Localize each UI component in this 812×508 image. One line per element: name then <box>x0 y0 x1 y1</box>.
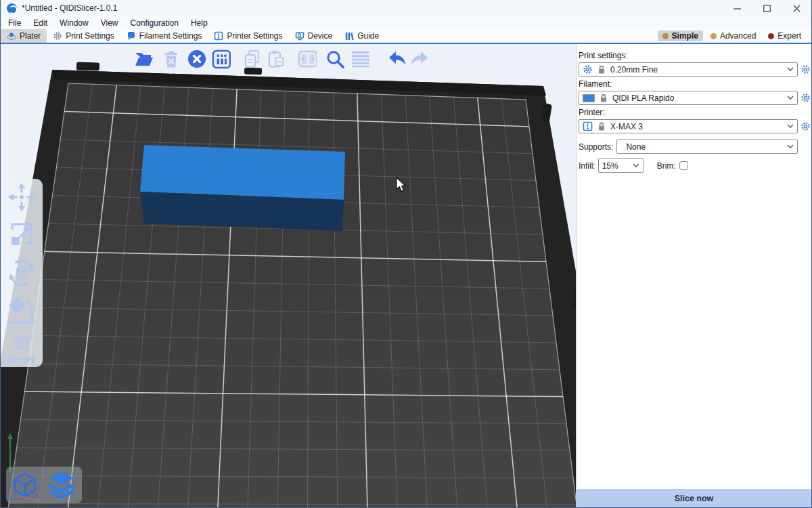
paste-icon <box>267 49 286 68</box>
tab-plater[interactable]: Plater <box>1 29 47 43</box>
rotate-tool-button[interactable] <box>6 257 37 289</box>
printer-label: Printer: <box>579 108 811 117</box>
3d-viewport[interactable] <box>1 44 576 507</box>
window-title: *Untitled - QIDISlicer-1.0.1 <box>22 3 117 13</box>
filament-gear-button[interactable] <box>800 93 811 103</box>
undo-icon <box>387 49 406 68</box>
3d-editor-view-button[interactable] <box>8 469 42 501</box>
filament-icon <box>127 31 136 41</box>
print-settings-combo[interactable]: 0.20mm Fine <box>579 62 798 77</box>
search-button[interactable] <box>325 49 344 68</box>
preview-view-button[interactable] <box>45 469 78 501</box>
menu-bar: File Edit Window View Configuration Help <box>1 16 811 29</box>
open-folder-button[interactable] <box>134 49 153 68</box>
gear-icon <box>583 64 593 75</box>
filament-combo[interactable]: QIDI PLA Rapido <box>579 91 798 105</box>
tab-print-settings[interactable]: Print Settings <box>47 29 120 43</box>
chevron-down-icon <box>787 124 794 129</box>
maximize-button[interactable] <box>752 0 782 16</box>
tab-printer-settings[interactable]: Printer Settings <box>208 29 288 43</box>
copy-button[interactable] <box>243 49 262 68</box>
view-toggle-panel <box>6 467 82 503</box>
split-button[interactable] <box>298 49 317 68</box>
gear-icon <box>800 64 811 75</box>
window-controls <box>722 0 811 16</box>
open-folder-icon <box>134 50 153 68</box>
minimize-button[interactable] <box>722 0 752 16</box>
layers-lines-icon <box>351 49 369 68</box>
infill-combo[interactable]: 15% <box>598 158 644 173</box>
menu-window[interactable]: Window <box>53 16 95 29</box>
tab-label: Device <box>308 31 333 41</box>
tab-guide[interactable]: Guide <box>338 29 385 43</box>
device-icon <box>295 31 304 41</box>
title-bar: *Untitled - QIDISlicer-1.0.1 <box>1 0 811 16</box>
menu-view[interactable]: View <box>95 16 125 29</box>
tab-label: Filament Settings <box>139 31 202 41</box>
delete-trash-icon <box>163 50 179 68</box>
app-window: *Untitled - QIDISlicer-1.0.1 File Edit W… <box>0 0 812 508</box>
measure-tool-button[interactable] <box>6 333 37 364</box>
advanced-dot-icon <box>710 33 717 39</box>
gear-icon <box>53 31 62 41</box>
lock-icon <box>597 64 606 75</box>
mode-expert[interactable]: Expert <box>763 30 806 41</box>
guide-books-icon <box>344 31 354 41</box>
chevron-down-icon <box>787 96 794 100</box>
arrange-button[interactable] <box>212 49 231 68</box>
chevron-down-icon <box>787 144 794 149</box>
print-settings-gear-button[interactable] <box>800 64 811 75</box>
move-icon <box>7 182 36 213</box>
mode-advanced[interactable]: Advanced <box>706 30 761 41</box>
tab-label: Printer Settings <box>227 31 282 41</box>
redo-button[interactable] <box>409 49 428 68</box>
menu-edit[interactable]: Edit <box>27 16 53 29</box>
close-button[interactable] <box>782 0 811 16</box>
printer-gear-button[interactable] <box>800 121 811 131</box>
printer-combo[interactable]: X-MAX 3 <box>579 119 798 133</box>
preview-layers-icon <box>47 471 76 499</box>
app-logo-icon <box>7 3 17 14</box>
variable-layer-height-button[interactable] <box>351 49 369 68</box>
move-tool-button[interactable] <box>6 182 37 213</box>
infill-label: Infill: <box>579 161 595 171</box>
simple-dot-icon <box>662 33 669 39</box>
gear-icon <box>800 93 811 103</box>
supports-value: None <box>626 142 646 152</box>
undo-button[interactable] <box>387 49 406 68</box>
delete-button[interactable] <box>162 49 181 68</box>
tab-label: Plater <box>20 31 41 41</box>
scale-tool-button[interactable] <box>6 219 37 251</box>
place-on-face-icon <box>7 295 37 326</box>
printer-icon <box>583 121 593 131</box>
slice-now-button[interactable]: Slice now <box>577 489 811 507</box>
brim-checkbox[interactable] <box>679 161 688 170</box>
printer-icon <box>214 31 223 41</box>
mouse-cursor <box>396 177 407 193</box>
menu-help[interactable]: Help <box>185 16 214 29</box>
tab-bar: Plater Print Settings Filament Settings … <box>1 29 811 44</box>
filament-value: QIDI PLA Rapido <box>612 93 674 103</box>
split-icon <box>298 49 317 68</box>
gizmo-toolbar <box>1 179 43 367</box>
plater-icon <box>7 31 16 41</box>
place-on-face-tool-button[interactable] <box>6 295 37 326</box>
tab-filament-settings[interactable]: Filament Settings <box>120 29 208 43</box>
plater-toolbar <box>134 48 428 70</box>
supports-combo[interactable]: None <box>616 140 798 154</box>
chevron-down-icon <box>787 67 794 72</box>
delete-all-button[interactable] <box>187 49 206 68</box>
paste-button[interactable] <box>267 49 286 68</box>
lock-icon <box>597 121 606 131</box>
arrange-icon <box>212 49 231 69</box>
mode-simple[interactable]: Simple <box>658 30 703 41</box>
menu-configuration[interactable]: Configuration <box>125 16 185 29</box>
tab-label: Print Settings <box>66 31 114 41</box>
copy-icon <box>243 49 262 68</box>
delete-all-icon <box>187 49 206 68</box>
measure-icon <box>7 333 37 365</box>
tab-device[interactable]: Device <box>289 29 339 43</box>
model-box[interactable] <box>140 145 345 231</box>
model-top-face <box>140 145 345 200</box>
menu-file[interactable]: File <box>2 16 27 29</box>
